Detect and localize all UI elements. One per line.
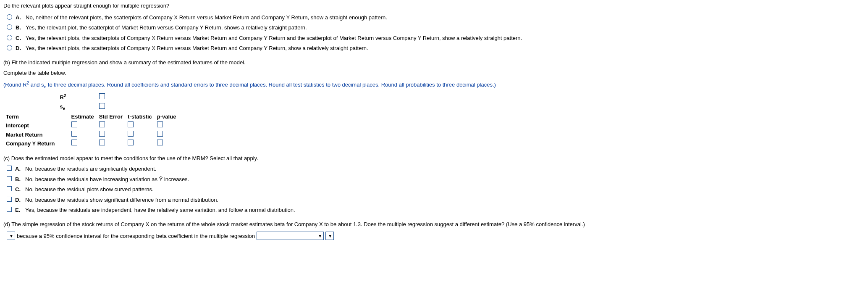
companyy-stderr-input[interactable]: [99, 140, 105, 145]
check-d-row: D. No, because the residuals show signif…: [7, 196, 865, 204]
col-estimate: Estimate: [69, 112, 97, 121]
r2-label: R2: [58, 92, 69, 102]
dropdown-1[interactable]: ▼: [7, 232, 15, 240]
radio-a[interactable]: [7, 14, 12, 20]
chevron-down-icon: ▼: [9, 233, 13, 239]
radio-d[interactable]: [7, 45, 12, 50]
companyy-pval-input[interactable]: [157, 140, 163, 145]
radio-b[interactable]: [7, 24, 12, 30]
option-letter: B.: [16, 24, 22, 32]
option-d-row: D. Yes, the relevant plots, the scatterp…: [7, 44, 865, 53]
option-a-row: A. No, neither of the relevant plots, th…: [7, 13, 865, 22]
checkbox-b[interactable]: [7, 176, 12, 181]
part-d-answer-row: ▼ because a 95% confidence interval for …: [7, 232, 865, 240]
sentence-text: because a 95% confidence interval for th…: [17, 232, 255, 240]
rounding-instructions: (Round R2 and se to three decimal places…: [3, 80, 865, 90]
option-text: No, because the residuals show significa…: [25, 196, 865, 204]
option-letter: C.: [16, 34, 22, 42]
option-letter: B.: [15, 175, 22, 184]
part-c-prompt: (c) Does the estimated model appear to m…: [3, 154, 865, 163]
dropdown-2[interactable]: ▼: [257, 232, 324, 240]
option-letter: C.: [15, 185, 22, 194]
row-label-companyy: Company Y Return: [3, 139, 58, 148]
option-text: Yes, the relevant plots, the scatterplot…: [26, 44, 865, 53]
option-letter: D.: [16, 44, 22, 53]
market-estimate-input[interactable]: [71, 131, 77, 137]
option-letter: D.: [15, 196, 22, 204]
col-pval: p-value: [155, 112, 179, 121]
part-b-heading: (b) Fit the indicated multiple regressio…: [3, 58, 865, 67]
check-a-row: A. No, because the residuals are signifi…: [7, 165, 865, 173]
intercept-pval-input[interactable]: [157, 121, 163, 127]
market-pval-input[interactable]: [157, 131, 163, 137]
checkbox-c[interactable]: [7, 186, 12, 191]
option-text: Yes, because the residuals are independe…: [25, 206, 865, 214]
se-input[interactable]: [99, 103, 105, 109]
intercept-estimate-input[interactable]: [71, 121, 77, 127]
companyy-tstat-input[interactable]: [128, 140, 134, 145]
option-letter: A.: [15, 165, 22, 173]
chevron-down-icon: ▼: [318, 233, 322, 239]
option-text: No, because the residuals are significan…: [25, 165, 865, 173]
chevron-down-icon: ▼: [328, 233, 332, 239]
option-letter: E.: [15, 206, 22, 214]
option-letter: A.: [16, 13, 22, 22]
check-b-row: B. No, because the residuals have increa…: [7, 175, 865, 184]
row-market: Market Return: [3, 130, 178, 140]
option-text: Yes, the relevant plots, the scatterplot…: [26, 34, 865, 42]
part-c-options: A. No, because the residuals are signifi…: [3, 165, 865, 214]
market-tstat-input[interactable]: [128, 131, 134, 137]
row-label-intercept: Intercept: [3, 121, 58, 130]
col-term: Term: [3, 112, 58, 121]
option-c-row: C. Yes, the relevant plots, the scatterp…: [7, 34, 865, 42]
se-label: se: [58, 102, 69, 112]
part-d-prompt: (d) The simple regression of the stock r…: [3, 220, 865, 229]
option-b-row: B. Yes, the relevant plot, the scatterpl…: [7, 24, 865, 32]
option-text: No, neither of the relevant plots, the s…: [26, 13, 865, 22]
part-b-complete: Complete the table below.: [3, 69, 865, 77]
checkbox-e[interactable]: [7, 207, 12, 212]
option-text: No, because the residual plots show curv…: [25, 185, 865, 194]
intercept-stderr-input[interactable]: [99, 121, 105, 127]
option-text: No, because the residuals have increasin…: [25, 175, 865, 184]
market-stderr-input[interactable]: [99, 131, 105, 137]
row-intercept: Intercept: [3, 121, 178, 130]
checkbox-d[interactable]: [7, 197, 12, 202]
row-companyy: Company Y Return: [3, 139, 178, 148]
checkbox-a[interactable]: [7, 166, 12, 171]
option-text: Yes, the relevant plot, the scatterplot …: [26, 24, 865, 32]
check-e-row: E. Yes, because the residuals are indepe…: [7, 206, 865, 214]
r2-input[interactable]: [99, 93, 105, 99]
radio-c[interactable]: [7, 35, 12, 40]
question-a-options: A. No, neither of the relevant plots, th…: [3, 13, 865, 53]
companyy-estimate-input[interactable]: [71, 140, 77, 145]
intercept-tstat-input[interactable]: [128, 121, 134, 127]
check-c-row: C. No, because the residual plots show c…: [7, 185, 865, 194]
regression-table: R2 se Term Estimate Std Error t-statisti…: [3, 92, 865, 148]
col-stderr: Std Error: [97, 112, 125, 121]
row-label-market: Market Return: [3, 130, 58, 140]
dropdown-3[interactable]: ▼: [325, 232, 334, 240]
col-tstat: t-statistic: [125, 112, 155, 121]
question-a-prompt: Do the relevant plots appear straight en…: [3, 2, 865, 10]
